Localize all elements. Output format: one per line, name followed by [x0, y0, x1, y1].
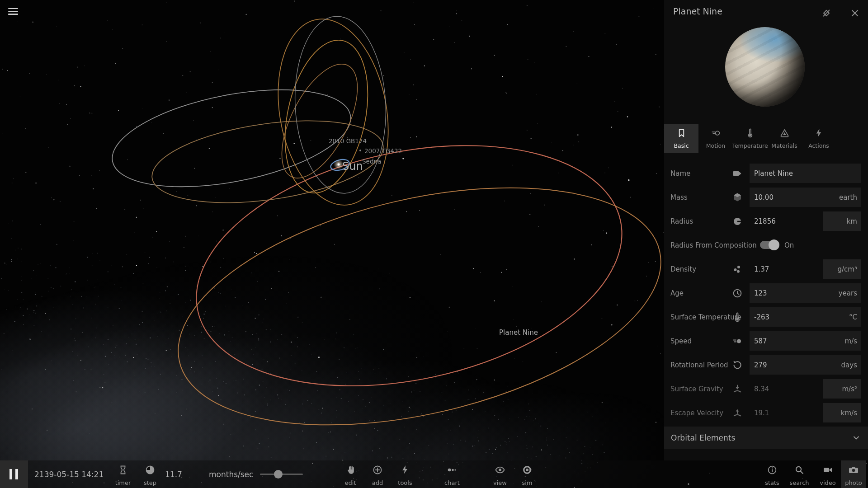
- chart-button[interactable]: chart: [439, 460, 465, 488]
- body-label[interactable]: 2007 TG422: [364, 147, 402, 155]
- orbital-elements-section[interactable]: Orbital Elements: [664, 427, 868, 449]
- step-button[interactable]: step: [137, 460, 163, 488]
- radius-unit-select[interactable]: km: [823, 211, 861, 231]
- body-label[interactable]: Sun: [342, 160, 363, 173]
- view-button[interactable]: view: [487, 460, 513, 488]
- rotational-period-input[interactable]: 279 days: [750, 355, 861, 375]
- surface-temperature-value: -263: [754, 313, 769, 321]
- rotational-period-unit: days: [841, 361, 857, 369]
- row-age: Age 123 years: [664, 281, 868, 305]
- property-rows: Name Planet Nine Mass 10.00 earth Radius: [664, 161, 868, 425]
- surface-temperature-input[interactable]: -263 °C: [750, 307, 861, 327]
- age-input[interactable]: 123 years: [750, 283, 861, 303]
- speed-label: Speed: [670, 337, 692, 345]
- planet-preview[interactable]: [725, 27, 805, 107]
- add-button[interactable]: add: [365, 460, 390, 488]
- thermometer-icon: [745, 128, 755, 140]
- radius-from-composition-toggle[interactable]: [760, 241, 778, 249]
- slider-handle[interactable]: [274, 470, 283, 479]
- row-rotational-period: Rotational Period 279 days: [664, 353, 868, 377]
- body-label[interactable]: 2010 GB174: [329, 137, 367, 145]
- bookmark-icon: [676, 128, 687, 140]
- tools-button[interactable]: tools: [392, 460, 418, 488]
- tab-actions[interactable]: Actions: [802, 124, 836, 153]
- escape-velocity-unit-select[interactable]: km/s: [823, 403, 861, 422]
- rotational-period-label: Rotational Period: [670, 361, 728, 369]
- age-label: Age: [670, 289, 684, 297]
- body-marker[interactable]: [359, 150, 361, 151]
- body-label[interactable]: Sedna: [362, 158, 381, 165]
- orbit-path: [174, 109, 644, 422]
- age-value: 123: [754, 289, 767, 297]
- density-value: 1.37: [754, 265, 769, 273]
- row-radius-from-composition: Radius From Composition On: [664, 233, 868, 257]
- radius-input[interactable]: 21856 km: [750, 211, 861, 231]
- motion-icon: [711, 128, 721, 140]
- info-icon: [767, 465, 778, 475]
- surface-temperature-label: Surface Temperature: [670, 313, 741, 321]
- step-icon: [145, 465, 156, 475]
- surface-gravity-input[interactable]: 8.34 m/s²: [750, 379, 861, 399]
- density-unit-select[interactable]: g/cm³: [823, 259, 861, 279]
- hourglass-icon: [118, 465, 128, 475]
- row-density: Density 1.37 g/cm³: [664, 257, 868, 281]
- orbit-path: [104, 73, 359, 204]
- mass-value: 10.00: [754, 193, 774, 202]
- surface-gravity-unit-select[interactable]: m/s²: [823, 379, 861, 399]
- time-speed-unit[interactable]: months/sec: [209, 470, 253, 479]
- tab-temperature[interactable]: Temperature: [733, 124, 767, 153]
- menu-icon[interactable]: [6, 6, 20, 17]
- speed-unit: m/s: [845, 337, 857, 345]
- radius-icon: [732, 216, 743, 227]
- orbital-elements-label: Orbital Elements: [671, 433, 735, 442]
- density-input[interactable]: 1.37 g/cm³: [750, 259, 861, 279]
- escape-velocity-icon: [732, 408, 743, 418]
- radius-label: Radius: [670, 217, 693, 225]
- escape-velocity-unit: km/s: [841, 409, 857, 417]
- close-icon[interactable]: [849, 7, 861, 19]
- search-icon: [794, 465, 805, 475]
- timer-button[interactable]: timer: [110, 460, 136, 488]
- edit-button[interactable]: edit: [338, 460, 363, 488]
- surface-gravity-value: 8.34: [754, 385, 769, 393]
- rotation-icon: [732, 360, 743, 371]
- plus-circle-icon: [372, 465, 383, 475]
- clock-icon: [732, 288, 743, 299]
- stats-button[interactable]: stats: [760, 460, 785, 488]
- mass-label: Mass: [670, 193, 688, 202]
- toggle-knob: [769, 239, 779, 250]
- name-input[interactable]: Planet Nine: [750, 164, 861, 183]
- escape-velocity-value: 19.1: [754, 409, 769, 417]
- tab-materials[interactable]: Materials: [767, 124, 802, 153]
- gravity-icon: [732, 384, 743, 394]
- tab-motion[interactable]: Motion: [698, 124, 733, 153]
- hand-icon: [345, 465, 356, 475]
- sim-button[interactable]: sim: [514, 460, 540, 488]
- photo-button[interactable]: photo: [841, 460, 866, 488]
- escape-velocity-input[interactable]: 19.1 km/s: [750, 403, 861, 422]
- sim-datetime[interactable]: 2139-05-15 14:21: [34, 470, 104, 479]
- age-unit: years: [839, 289, 857, 297]
- speed-input[interactable]: 587 m/s: [750, 331, 861, 351]
- unpin-icon[interactable]: [821, 7, 832, 19]
- bolt-icon: [814, 128, 824, 140]
- surface-gravity-unit: m/s²: [842, 385, 858, 393]
- planet-shadow: [725, 27, 805, 107]
- body-label[interactable]: Planet Nine: [499, 328, 538, 337]
- video-button[interactable]: video: [815, 460, 840, 488]
- time-speed-slider[interactable]: [260, 460, 303, 488]
- toggle-label: Radius From Composition: [670, 241, 757, 249]
- sun-body[interactable]: [338, 164, 340, 166]
- density-unit: g/cm³: [838, 265, 857, 273]
- video-camera-icon: [822, 465, 833, 475]
- orbit-path: [272, 33, 381, 201]
- escape-velocity-label: Escape Velocity: [670, 409, 723, 417]
- time-speed-value[interactable]: 11.7: [165, 470, 192, 479]
- tab-basic[interactable]: Basic: [664, 124, 698, 153]
- surface-gravity-label: Surface Gravity: [670, 385, 723, 393]
- mass-unit: earth: [839, 193, 857, 202]
- mass-input[interactable]: 10.00 earth: [750, 188, 861, 207]
- search-button[interactable]: search: [787, 460, 812, 488]
- pause-button[interactable]: [0, 460, 28, 488]
- properties-panel: Planet Nine Basic: [664, 0, 868, 460]
